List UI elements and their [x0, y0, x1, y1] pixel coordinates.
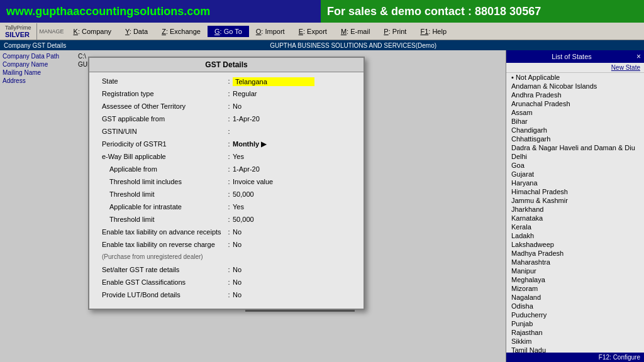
applicable-from-label: Applicable from — [99, 165, 225, 173]
state-list-item[interactable]: Punjab — [506, 319, 644, 328]
regtype-label: Registration type — [99, 90, 225, 97]
state-list-item[interactable]: Puducherry — [506, 310, 644, 319]
top-banner: www.gupthaaccountingsolutions.com For sa… — [0, 0, 644, 23]
gst-rate-value: No — [233, 266, 353, 273]
state-list-item[interactable]: Chhattisgarh — [506, 134, 644, 143]
state-list-item[interactable]: Lakshadweep — [506, 240, 644, 249]
menu-y[interactable]: Y: Data — [118, 26, 155, 37]
modal-row-periodicity: Periodicity of GSTR1 : Monthly ▶ — [99, 140, 353, 150]
menu-o[interactable]: O: Import — [249, 26, 292, 37]
states-list: • Not ApplicableAndaman & Nicobar Island… — [506, 73, 644, 354]
tally-text: TallyPrime — [5, 25, 31, 31]
state-list-item[interactable]: Sikkim — [506, 337, 644, 346]
modal-row-intrastate: Applicable for intrastate : Yes — [99, 203, 353, 213]
state-list-item[interactable]: Dadra & Nagar Haveli and Daman & Diu — [506, 143, 644, 152]
state-list-item[interactable]: Andaman & Nicobar Islands — [506, 82, 644, 90]
threshold2-label: Threshold limit — [99, 216, 225, 223]
state-list-item[interactable]: Himachal Pradesh — [506, 187, 644, 196]
menu-items: K: Company Y: Data Z: Exchange G: Go To … — [67, 26, 644, 37]
state-list-item[interactable]: Gujarat — [506, 170, 644, 178]
state-list-item[interactable]: Odisha — [506, 302, 644, 310]
state-list-item[interactable]: Maharashtra — [506, 258, 644, 266]
gst-rate-label: Set/alter GST rate details — [99, 266, 225, 273]
modal-row-regtype: Registration type : Regular — [99, 90, 353, 100]
breadcrumb-left: Company GST Details — [4, 42, 66, 49]
modal-row-gst-class: Enable GST Classifications : No — [99, 278, 353, 288]
state-list-item[interactable]: Haryana — [506, 178, 644, 187]
states-close-button[interactable]: × — [635, 52, 642, 61]
new-state-button[interactable]: New State — [506, 63, 644, 73]
menu-k[interactable]: K: Company — [67, 26, 119, 37]
state-list-item[interactable]: Jharkhand — [506, 205, 644, 214]
state-list-item[interactable]: Bihar — [506, 117, 644, 126]
modal-row-applicable-from: Applicable from : 1-Apr-20 — [99, 165, 353, 175]
state-list-item[interactable]: Chandigarh — [506, 126, 644, 134]
state-list-item[interactable]: Kerala — [506, 222, 644, 231]
periodicity-value: Monthly ▶ — [233, 140, 353, 148]
reverse-value: No — [233, 241, 353, 248]
regtype-value: Regular — [233, 90, 353, 97]
state-list-item[interactable]: Jammu & Kashmir — [506, 196, 644, 205]
threshold1-value: 50,000 — [233, 190, 353, 198]
state-list-item[interactable]: Goa — [506, 161, 644, 170]
modal-row-eway: e-Way Bill applicable : Yes — [99, 153, 353, 163]
state-list-item[interactable]: Madhya Pradesh — [506, 249, 644, 258]
modal-row-threshold1: Threshold limit : 50,000 — [99, 190, 353, 200]
state-list-item[interactable]: Delhi — [506, 152, 644, 161]
website-link[interactable]: www.gupthaaccountingsolutions.com — [6, 5, 210, 18]
state-list-item[interactable]: Arunachal Pradesh — [506, 99, 644, 108]
threshold-includes-label: Threshold limit includes — [99, 178, 225, 185]
state-list-item[interactable]: Andhra Pradesh — [506, 90, 644, 99]
advance-value: No — [233, 228, 353, 236]
state-list-item[interactable]: Meghalaya — [506, 275, 644, 284]
menu-z[interactable]: Z: Exchange — [155, 26, 208, 37]
state-list-item[interactable]: Rajasthan — [506, 328, 644, 337]
f12-label: F12: Configure — [599, 354, 640, 361]
reverse-label: Enable tax liability on reverse charge — [99, 241, 225, 248]
banner-left: www.gupthaaccountingsolutions.com — [0, 0, 321, 23]
state-value — [233, 77, 353, 86]
breadcrumb-bar: Company GST Details GUPTHA BUSINESS SOLU… — [0, 40, 644, 50]
state-list-item[interactable]: Nagaland — [506, 293, 644, 302]
gst-modal: GST Details State : Registration type : … — [88, 57, 365, 310]
menu-p[interactable]: P: Print — [377, 26, 413, 37]
state-list-item[interactable]: Ladakh — [506, 231, 644, 240]
menu-e[interactable]: E: Export — [292, 26, 334, 37]
state-list-item[interactable]: Mizoram — [506, 284, 644, 293]
modal-row-note: (Purchase from unregistered dealer) — [99, 253, 353, 263]
main-area: Company Data Path C:\ Company Name GUPTH… — [0, 50, 644, 362]
assessee-value: No — [233, 102, 353, 110]
threshold2-value: 50,000 — [233, 216, 353, 223]
periodicity-label: Periodicity of GSTR1 — [99, 140, 225, 148]
modal-row-threshold-includes: Threshold limit includes : Invoice value — [99, 178, 353, 188]
gstin-label: GSTIN/UIN — [99, 128, 225, 135]
menu-g[interactable]: G: Go To — [208, 26, 249, 37]
state-input[interactable] — [233, 77, 314, 86]
f12-bar: F12: Configure — [506, 353, 644, 362]
modal-title: GST Details — [89, 58, 364, 72]
modal-overlay: GST Details State : Registration type : … — [0, 50, 506, 362]
modal-row-assessee: Assessee of Other Territory : No — [99, 102, 353, 112]
states-header-title: List of States — [508, 53, 635, 60]
tally-header: TallyPrime SILVER MANAGE K: Company Y: D… — [0, 23, 644, 40]
modal-row-state: State : — [99, 77, 353, 87]
menu-f1[interactable]: F1: Help — [413, 26, 453, 37]
note-label: (Purchase from unregistered dealer) — [99, 253, 225, 260]
state-label: State — [99, 77, 225, 85]
states-panel: List of States × New State • Not Applica… — [506, 50, 644, 362]
state-list-item[interactable]: Manipur — [506, 266, 644, 275]
state-list-item[interactable]: Karnataka — [506, 214, 644, 222]
modal-row-threshold2: Threshold limit : 50,000 — [99, 216, 353, 226]
modal-row-lut: Provide LUT/Bond details : No — [99, 291, 353, 301]
eway-label: e-Way Bill applicable — [99, 153, 225, 160]
modal-row-gst-rate: Set/alter GST rate details : No — [99, 266, 353, 276]
tally-logo: TallyPrime SILVER — [0, 23, 37, 40]
breadcrumb-center: GUPTHA BUSINESS SOLUTIONS AND SERVICES(D… — [270, 42, 436, 49]
state-list-item[interactable]: Assam — [506, 108, 644, 117]
modal-row-reverse: Enable tax liability on reverse charge :… — [99, 241, 353, 251]
gst-class-value: No — [233, 278, 353, 286]
manage-label: MANAGE — [37, 28, 67, 35]
modal-body: State : Registration type : Regular Asse… — [89, 72, 364, 309]
menu-m[interactable]: M: E-mail — [334, 26, 377, 37]
state-list-item[interactable]: • Not Applicable — [506, 73, 644, 82]
